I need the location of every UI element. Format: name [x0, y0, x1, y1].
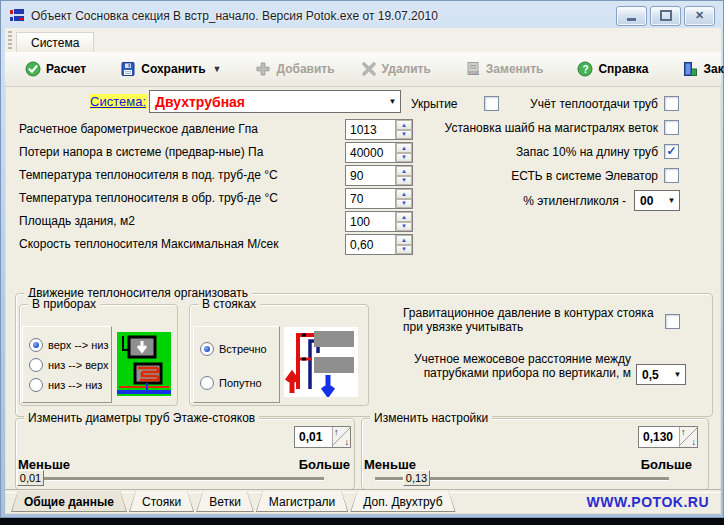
settings-groupbox: Изменить настройки 0,130 Меньше Больше 0… — [361, 418, 709, 490]
save-button[interactable]: Сохранить ▼ — [112, 57, 229, 81]
replace-button[interactable]: 0101 Заменить — [457, 57, 552, 81]
diameters-slider-thumb[interactable]: 0,01 — [17, 470, 44, 486]
cover-checkbox[interactable] — [484, 96, 499, 111]
minimize-button[interactable] — [616, 6, 647, 26]
radio-icon — [29, 358, 43, 372]
help-icon: ? — [577, 61, 593, 77]
heat-loss-label: Учёт теплоотдачи труб — [505, 97, 658, 111]
max-velocity-spinedit[interactable]: 0,60 — [345, 234, 413, 255]
settings-slider-thumb[interactable]: 0,13 — [403, 470, 430, 486]
chevron-down-icon[interactable]: ▼ — [670, 370, 685, 379]
app-window: Объект Сосновка секция В встр_начало. Ве… — [0, 0, 724, 525]
radio-top-down[interactable]: верх --> низ — [29, 335, 111, 355]
tab-branches[interactable]: Ветки — [196, 491, 254, 512]
system-type-combobox[interactable]: Двухтрубная ▼ — [149, 90, 401, 113]
cover-label: Укрытие — [411, 97, 458, 111]
diagonal-spin-icon[interactable] — [679, 427, 697, 447]
glycol-combobox[interactable]: 00 ▼ — [634, 190, 680, 211]
diagonal-spin-icon[interactable] — [332, 427, 350, 447]
spacing-combobox[interactable]: 0,5 ▼ — [636, 364, 686, 385]
website-link[interactable]: WWW.POTOK.RU — [587, 494, 709, 510]
svg-text:0101: 0101 — [469, 71, 480, 76]
radio-icon — [29, 338, 43, 352]
device-flow-diagram-icon — [117, 332, 171, 396]
calc-button[interactable]: Расчет — [17, 57, 94, 81]
toolbar: Расчет Сохранить ▼ Д — [5, 52, 721, 87]
elevator-checkbox[interactable] — [664, 168, 679, 183]
settings-spinedit[interactable]: 0,130 — [638, 426, 698, 448]
exit-door-icon — [682, 61, 698, 77]
save-dropdown-icon[interactable]: ▼ — [213, 64, 222, 74]
elevator-label: ЕСТЬ в системе Элеватор — [305, 169, 658, 183]
diameters-slider-track[interactable] — [19, 477, 324, 481]
close-icon: ✕ — [695, 10, 704, 21]
movement-groupbox: Движение теплоносителя организовать В пр… — [15, 293, 713, 417]
more-label: Больше — [299, 457, 350, 472]
gravity-label: Гравитационное давление в контурах стояк… — [403, 306, 665, 334]
param-label: Температура теплоносителя в обр. труб-де… — [19, 191, 278, 205]
tab-mains[interactable]: Магистрали — [256, 491, 348, 512]
chevron-down-icon[interactable]: ▼ — [385, 97, 400, 106]
radio-down-down[interactable]: низ --> низ — [29, 375, 111, 395]
save-icon — [120, 61, 136, 77]
radio-icon — [200, 376, 214, 390]
gravity-checkbox[interactable] — [665, 314, 680, 329]
add-button[interactable]: Добавить — [247, 57, 342, 81]
riser-flow-diagram-icon — [284, 327, 358, 397]
spin-down-icon[interactable] — [396, 245, 412, 255]
delete-button[interactable]: Удалить — [353, 57, 439, 81]
devices-title: В приборах — [28, 297, 100, 311]
spin-down-icon[interactable] — [396, 222, 412, 232]
param-label: Температура теплоносителя в под. труб-де… — [19, 168, 278, 182]
tab-general-data[interactable]: Общие данные — [11, 491, 127, 512]
spin-up-icon[interactable] — [396, 212, 412, 222]
radio-icon — [29, 378, 43, 392]
spin-up-icon[interactable] — [396, 235, 412, 245]
param-label: Скорость теплоносителя Максимальная М/се… — [19, 237, 278, 251]
menu-item-system[interactable]: Система — [16, 32, 94, 52]
help-button[interactable]: ? Справка — [569, 57, 656, 81]
settings-title: Изменить настройки — [370, 411, 492, 425]
param-label: Площадь здания, м2 — [19, 214, 135, 228]
add-plus-icon — [255, 61, 271, 77]
radio-parallel[interactable]: Попутно — [200, 373, 279, 393]
washers-checkbox[interactable] — [664, 120, 679, 135]
diameters-spinedit[interactable]: 0,01 — [294, 426, 351, 448]
radio-icon — [200, 342, 214, 356]
washers-label: Установка шайб на магистралях веток — [305, 121, 658, 135]
heat-loss-checkbox[interactable] — [664, 96, 679, 111]
tab-additional-twopipe[interactable]: Доп. Двухтруб — [350, 491, 455, 512]
risers-radio-panel: Встречно Попутно — [193, 326, 280, 403]
devices-groupbox: В приборах верх --> низ низ --> верх — [19, 304, 178, 406]
exit-button[interactable]: Закрыть — [674, 57, 724, 81]
replace-doc-icon: 0101 — [465, 61, 481, 77]
window-frame: Объект Сосновка секция В встр_начало. Ве… — [0, 0, 724, 518]
chevron-down-icon[interactable]: ▼ — [664, 196, 679, 205]
reserve-label: Запас 10% на длину труб — [305, 145, 658, 159]
window-title: Объект Сосновка секция В встр_начало. Ве… — [31, 9, 610, 23]
system-label: Система: — [75, 94, 147, 109]
spacing-label: Учетное межосевое расстояние между патру… — [396, 352, 631, 380]
radio-down-top[interactable]: низ --> верх — [29, 355, 111, 375]
menu-gripper[interactable] — [8, 31, 12, 50]
tab-risers[interactable]: Стояки — [129, 491, 194, 512]
menu-bar: Система — [5, 28, 721, 53]
titlebar[interactable]: Объект Сосновка секция В встр_начало. Ве… — [5, 3, 719, 28]
svg-text:?: ? — [583, 64, 589, 75]
restore-icon — [660, 10, 672, 21]
glycol-label: % этиленгликоля - — [395, 194, 626, 208]
radio-counterflow[interactable]: Встречно — [200, 339, 279, 359]
diameters-groupbox: Изменить диаметры труб Этаже-стояков 0,0… — [15, 418, 355, 490]
devices-radio-panel: верх --> низ низ --> верх низ --> низ — [22, 326, 112, 403]
building-area-spinedit[interactable]: 100 — [345, 211, 413, 232]
param-label: Потери напора в системе (предвар-ные) Па — [19, 145, 263, 159]
minimize-icon — [627, 18, 636, 21]
risers-groupbox: В стояках Встречно Попутно — [189, 304, 369, 406]
more-label: Больше — [641, 457, 692, 472]
reserve-checkbox[interactable] — [664, 144, 679, 159]
app-icon — [9, 8, 25, 24]
delete-x-icon — [361, 61, 377, 77]
close-button[interactable]: ✕ — [684, 6, 715, 26]
param-label: Расчетное барометрическое давление Гпа — [19, 122, 258, 136]
restore-button[interactable] — [650, 6, 681, 26]
